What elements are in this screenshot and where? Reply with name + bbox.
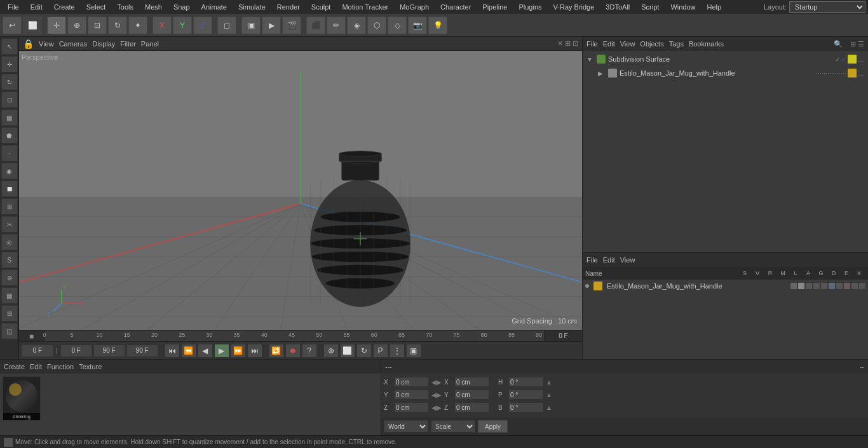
menu-pipeline[interactable]: Pipeline <box>477 2 512 12</box>
x-axis[interactable]: X <box>153 17 172 34</box>
z-axis[interactable]: Z <box>193 17 212 34</box>
layer-ind-r[interactable] <box>806 283 812 289</box>
mat-menu-edit[interactable]: Edit <box>30 363 42 370</box>
coord-z-arrow[interactable]: ◀▶ <box>431 404 442 411</box>
coord-y-pos[interactable] <box>394 390 429 400</box>
layer-ind-x[interactable] <box>859 283 865 289</box>
sidebar-rotate[interactable]: ↻ <box>1 74 18 90</box>
menu-3dtoall[interactable]: 3DToAll <box>600 2 635 12</box>
sidebar-select[interactable]: ↖ <box>1 38 18 55</box>
viewport-menu-view[interactable]: View <box>39 40 54 48</box>
sidebar-grid[interactable]: ▦ <box>1 287 18 304</box>
sidebar-axis[interactable]: ⊞ <box>1 198 18 215</box>
layer-ind-s[interactable] <box>790 283 797 289</box>
render-pb-btn[interactable]: ▣ <box>406 344 421 358</box>
scale-dropdown[interactable]: Scale <box>431 420 475 433</box>
obj-menu-edit[interactable]: Edit <box>603 40 615 48</box>
sidebar-live[interactable]: ◉ <box>1 163 18 179</box>
sidebar-snap[interactable]: 🔲 <box>1 180 18 197</box>
sidebar-sculpt[interactable]: ⊛ <box>1 269 18 286</box>
obj-more-icon[interactable]: … <box>858 56 864 63</box>
move-tool[interactable]: ⊕ <box>67 17 86 34</box>
mat-menu-create[interactable]: Create <box>4 363 25 370</box>
object-mode[interactable]: ◻ <box>217 17 236 34</box>
viewport-menu-filter[interactable]: Filter <box>120 40 135 48</box>
obj-search-icon[interactable]: 🔍 <box>834 40 843 48</box>
sidebar-knife[interactable]: ✂ <box>1 216 18 233</box>
layer-ind-e[interactable] <box>851 283 858 289</box>
coord-x-pos[interactable] <box>394 377 429 387</box>
sidebar-scale[interactable]: ⊡ <box>1 92 18 108</box>
end-frame-input[interactable] <box>93 344 125 357</box>
menu-tools[interactable]: Tools <box>112 2 139 12</box>
viewport-menu-cameras[interactable]: Cameras <box>59 40 88 48</box>
coord-p-rot[interactable] <box>508 390 543 400</box>
start-frame-input[interactable] <box>60 344 92 357</box>
end-frame2-input[interactable] <box>126 344 158 357</box>
menu-vray[interactable]: V-Ray Bridge <box>548 2 600 12</box>
viewport-menu-panel[interactable]: Panel <box>141 40 159 48</box>
record-btn[interactable]: ⏺ <box>285 344 301 358</box>
layer-menu-edit[interactable]: Edit <box>603 256 615 264</box>
timeline-track[interactable]: 0 5 10 15 20 25 30 35 40 45 50 55 60 65 … <box>44 330 544 341</box>
menu-plugins[interactable]: Plugins <box>513 2 546 12</box>
mat-menu-function[interactable]: Function <box>47 363 74 370</box>
sidebar-grid2[interactable]: ⊟ <box>1 305 18 322</box>
obj-menu-file[interactable]: File <box>587 40 598 48</box>
layer-ind-m[interactable] <box>813 283 820 289</box>
menu-simulate[interactable]: Simulate <box>233 2 271 12</box>
play-btn[interactable]: ▶ <box>214 344 229 358</box>
menu-sculpt[interactable]: Sculpt <box>306 2 336 12</box>
layer-row-mason[interactable]: Estilo_Mason_Jar_Mug_with_Handle <box>583 280 868 292</box>
menu-render[interactable]: Render <box>272 2 305 12</box>
sidebar-poly[interactable]: ▦ <box>1 109 18 126</box>
shape-tool[interactable]: ◇ <box>388 17 407 34</box>
coord-b-rot[interactable] <box>508 402 543 412</box>
obj-menu-view[interactable]: View <box>620 40 635 48</box>
sidebar-move[interactable]: ✛ <box>1 56 18 72</box>
layer-ind-d[interactable] <box>844 283 850 289</box>
pla-btn[interactable]: P <box>373 344 388 358</box>
menu-create[interactable]: Create <box>49 2 80 12</box>
render-full[interactable]: 🎬 <box>282 17 301 34</box>
step-back-btn[interactable]: ⏪ <box>181 344 196 358</box>
anim-btn[interactable]: ↻ <box>356 344 372 358</box>
redo-button[interactable]: ⬜ <box>23 17 42 34</box>
deform-tool[interactable]: ⬡ <box>367 17 386 34</box>
render-preview[interactable]: ▶ <box>262 17 281 34</box>
layer-ind-v[interactable] <box>798 283 804 289</box>
sidebar-s[interactable]: S <box>1 252 18 268</box>
layer-ind-l[interactable] <box>821 283 827 289</box>
menu-window[interactable]: Window <box>665 2 700 12</box>
loop-btn[interactable]: 🔁 <box>269 344 284 358</box>
auto-key-btn[interactable]: ? <box>302 344 317 358</box>
menu-mesh[interactable]: Mesh <box>140 2 167 12</box>
camera-tool[interactable]: 📷 <box>408 17 427 34</box>
coord-y-arrow[interactable]: ◀▶ <box>431 391 442 398</box>
obj-check-blue[interactable]: ✓ <box>841 56 846 63</box>
coord-h-arrow[interactable]: ▲ <box>546 379 552 386</box>
menu-character[interactable]: Character <box>435 2 476 12</box>
y-axis[interactable]: Y <box>173 17 192 34</box>
coord-h-rot[interactable] <box>508 377 543 387</box>
menu-snap[interactable]: Snap <box>168 2 195 12</box>
layer-ind-a[interactable] <box>829 283 835 289</box>
viewport-lock-icon[interactable]: 🔒 <box>23 39 34 49</box>
key-btn[interactable]: ⬜ <box>340 344 355 358</box>
menu-edit[interactable]: Edit <box>25 2 48 12</box>
spline-tool[interactable]: ◈ <box>347 17 366 34</box>
coord-p-arrow[interactable]: ▲ <box>546 391 552 398</box>
go-to-end-btn[interactable]: ⏭ <box>247 344 262 358</box>
menu-file[interactable]: File <box>3 2 24 12</box>
transform-tool[interactable]: ✦ <box>128 17 147 34</box>
menu-mograph[interactable]: MoGraph <box>395 2 434 12</box>
sidebar-grid3[interactable]: ◱ <box>1 323 18 339</box>
obj-row-subdivision[interactable]: ▼ Subdivision Surface ✓ ✓ … <box>584 52 867 66</box>
layer-menu-view[interactable]: View <box>620 256 635 264</box>
world-dropdown[interactable]: World <box>384 420 428 433</box>
play-back-btn[interactable]: ◀ <box>198 344 213 358</box>
coord-z-size[interactable] <box>454 402 489 412</box>
menu-animate[interactable]: Animate <box>196 2 232 12</box>
dots-btn[interactable]: ⋮ <box>390 344 405 358</box>
sidebar-edge[interactable]: ⬟ <box>1 127 18 144</box>
